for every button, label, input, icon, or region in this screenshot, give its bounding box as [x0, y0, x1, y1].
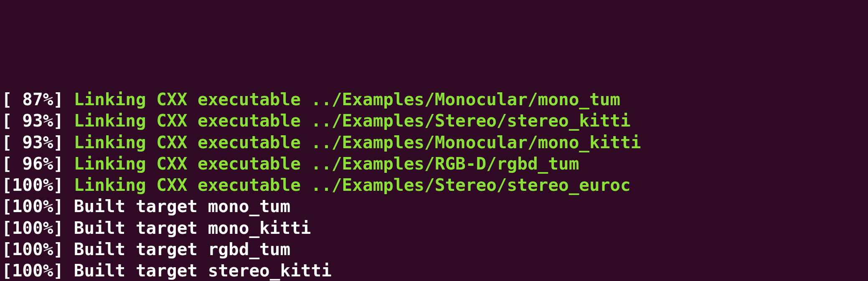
output-line: [100%] Built target mono_kitti — [2, 218, 866, 239]
progress-percent: [100%] — [2, 218, 63, 238]
linking-message: Linking CXX executable ../Examples/Monoc… — [74, 132, 641, 152]
separator — [63, 196, 74, 216]
separator — [63, 239, 74, 259]
progress-percent: [100%] — [2, 196, 63, 216]
output-line: [ 87%] Linking CXX executable ../Example… — [2, 89, 866, 110]
separator — [63, 89, 74, 109]
linking-message: Linking CXX executable ../Examples/Monoc… — [74, 89, 620, 109]
progress-percent: [100%] — [2, 175, 63, 195]
separator — [63, 111, 74, 131]
output-line: [100%] Built target rgbd_tum — [2, 239, 866, 260]
output-line: [100%] Built target stereo_kitti — [2, 260, 866, 281]
progress-percent: [ 87%] — [2, 89, 63, 109]
output-line: [100%] Built target mono_tum — [2, 196, 866, 217]
progress-percent: [ 93%] — [2, 111, 63, 131]
progress-percent: [100%] — [2, 261, 63, 281]
progress-percent: [100%] — [2, 239, 63, 259]
output-line: [ 96%] Linking CXX executable ../Example… — [2, 153, 866, 175]
built-message: Built target mono_tum — [74, 196, 290, 216]
separator — [63, 154, 74, 174]
linking-message: Linking CXX executable ../Examples/Stere… — [74, 175, 631, 195]
separator — [63, 218, 74, 238]
linking-message: Linking CXX executable ../Examples/Stere… — [74, 111, 631, 131]
linking-message: Linking CXX executable ../Examples/RGB-D… — [74, 154, 579, 174]
output-line: [ 93%] Linking CXX executable ../Example… — [2, 110, 866, 132]
built-message: Built target stereo_kitti — [74, 261, 332, 281]
terminal-output: [ 87%] Linking CXX executable ../Example… — [2, 89, 866, 281]
progress-percent: [ 93%] — [2, 132, 63, 152]
output-line: [100%] Linking CXX executable ../Example… — [2, 175, 866, 196]
separator — [63, 261, 74, 281]
progress-percent: [ 96%] — [2, 154, 63, 174]
output-line: [ 93%] Linking CXX executable ../Example… — [2, 132, 866, 153]
separator — [63, 132, 74, 152]
built-message: Built target mono_kitti — [74, 218, 311, 238]
separator — [63, 175, 74, 195]
built-message: Built target rgbd_tum — [74, 239, 290, 259]
